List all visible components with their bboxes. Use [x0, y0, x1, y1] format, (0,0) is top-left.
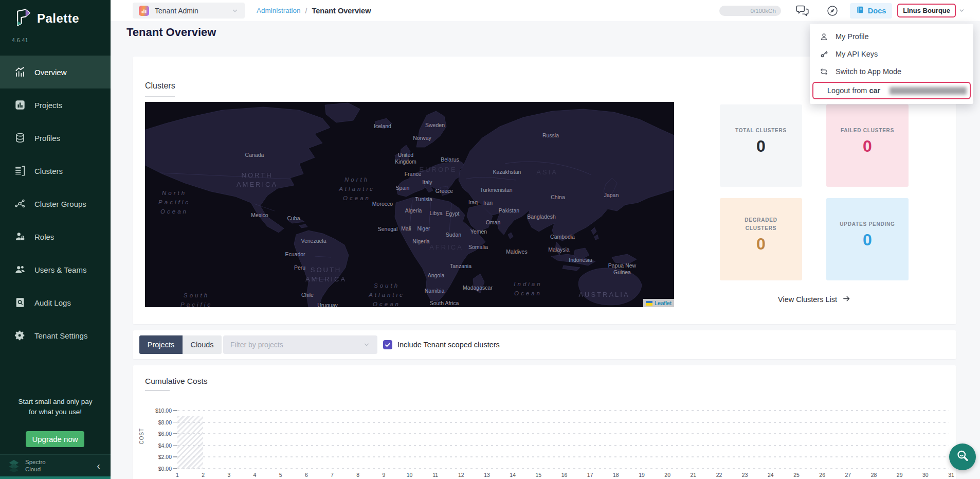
stat-card-updates-pending: UPDATES PENDING0 [826, 198, 909, 280]
chart-gridline [177, 468, 949, 469]
upgrade-now-button[interactable]: Upgrade now [26, 431, 84, 447]
leaflet-attribution[interactable]: Leaflet [643, 299, 674, 307]
chart-ytick-label: $2.00 [133, 454, 172, 460]
chart-ytick-label: $6.00 [133, 431, 172, 437]
chart-xtick-label: 27 [845, 472, 851, 478]
chart-ytick-label: $10.00 [133, 407, 172, 414]
chat-feedback-icon[interactable] [795, 4, 809, 17]
tab-clouds[interactable]: Clouds [183, 335, 222, 354]
chart-ytick-label: $8.00 [133, 419, 172, 425]
clusters-icon [14, 165, 26, 176]
sidebar-item-audit-logs[interactable]: Audit Logs [0, 286, 111, 319]
stat-value: 0 [863, 137, 872, 156]
menu-item-my-api-keys[interactable]: My API Keys [810, 45, 973, 63]
user-dropdown-menu: My ProfileMy API KeysSwitch to App Mode … [810, 24, 973, 104]
chart-title: Cumulative Costs [145, 377, 207, 386]
stat-value: 0 [756, 235, 766, 254]
chart-xtick-label: 9 [382, 472, 385, 478]
cumulative-costs-card: Cumulative Costs COST $10.00$8.00$6.00$4… [133, 365, 956, 479]
chart-xtick-label: 19 [639, 472, 645, 478]
chart-gridline [177, 456, 949, 457]
chart-xtick-label: 13 [484, 472, 490, 478]
sidebar: Palette 4.6.41 OverviewProjectsProfilesC… [0, 0, 111, 479]
cluster-stats-grid: TOTAL CLUSTERS0FAILED CLUSTERS0DEGRADED … [720, 104, 909, 280]
compass-tour-icon[interactable] [826, 5, 839, 17]
chart-xtick-label: 18 [613, 472, 619, 478]
spectro-cloud-logo-icon [7, 459, 21, 473]
sidebar-item-users-teams[interactable]: Users & Teams [0, 253, 111, 286]
upsell-text: Start small and only pay for what you us… [0, 397, 111, 418]
palette-logo-icon [13, 8, 32, 29]
redacted-text [890, 87, 967, 95]
sidebar-item-label: Tenant Settings [34, 331, 87, 340]
chart-xtick-label: 1 [176, 472, 179, 478]
sidebar-item-roles[interactable]: Roles [0, 220, 111, 253]
scope-selector[interactable]: Tenant Admin [133, 3, 245, 19]
map-landmass [145, 102, 674, 307]
cluster-groups-icon [14, 198, 26, 209]
stat-label: FAILED CLUSTERS [841, 127, 894, 135]
chart-ytick-label: $0.00 [133, 466, 172, 472]
menu-item-my-profile[interactable]: My Profile [810, 28, 973, 45]
clusters-card-title: Clusters [145, 81, 175, 91]
user-menu-button[interactable]: Linus Bourque [897, 4, 956, 17]
magnifier-smile-icon [955, 449, 970, 465]
sidebar-collapse-button[interactable]: ‹ [94, 460, 103, 472]
chart-xtick-label: 31 [948, 472, 954, 478]
sidebar-item-label: Cluster Groups [34, 200, 86, 208]
sidebar-item-label: Users & Teams [34, 265, 86, 274]
breadcrumb-separator: / [305, 7, 307, 15]
sidebar-item-profiles[interactable]: Profiles [0, 121, 111, 154]
usage-quota-pill: 0/100kCh [719, 6, 781, 16]
view-clusters-list-link[interactable]: View Clusters List [778, 294, 851, 305]
breadcrumb-administration[interactable]: Administration [257, 7, 301, 14]
swap-icon [820, 67, 828, 76]
arrow-right-icon [842, 294, 851, 305]
search-help-fab[interactable] [949, 443, 976, 470]
chart-ytick-mark [173, 422, 177, 423]
chart-xtick-label: 4 [253, 472, 257, 478]
chart-xtick-label: 10 [407, 472, 413, 478]
chevron-down-icon [231, 7, 239, 14]
chart-ytick-mark [173, 468, 177, 469]
sidebar-item-tenant-settings[interactable]: Tenant Settings [0, 319, 111, 352]
chart-ytick-mark [173, 433, 177, 434]
checkbox-label: Include Tenant scoped clusters [397, 341, 500, 349]
chart-xtick-label: 14 [510, 472, 516, 478]
ukraine-flag-icon [646, 301, 652, 306]
chart-xtick-label: 25 [793, 472, 800, 478]
stat-value: 0 [756, 137, 766, 156]
menu-item-switch-to-app-mode[interactable]: Switch to App Mode [810, 63, 973, 80]
chart-xtick-label: 7 [331, 472, 334, 478]
chart-xtick-label: 12 [458, 472, 464, 478]
include-tenant-scoped-checkbox[interactable] [383, 340, 392, 349]
chart-xtick-label: 16 [561, 472, 568, 478]
chart-xtick-label: 20 [664, 472, 670, 478]
users-teams-icon [14, 264, 26, 275]
chart-xtick-label: 3 [227, 472, 230, 478]
chart-gridline [177, 410, 949, 411]
world-map[interactable]: North Pacific OceanNorth Atlantic OceanS… [145, 102, 674, 307]
menu-item-logout[interactable]: Logout fromcar [812, 82, 971, 99]
user-chevron-down-icon[interactable] [958, 7, 965, 14]
chart-title-rule [145, 390, 170, 391]
chart-xtick-label: 8 [356, 472, 359, 478]
docs-button[interactable]: Docs [850, 3, 892, 19]
filter-by-projects-select[interactable]: Filter by projects [223, 335, 377, 354]
topbar-right: 0/100kCh Docs Linus Bourque [719, 3, 965, 19]
chart-xtick-label: 5 [279, 472, 282, 478]
sidebar-item-overview[interactable]: Overview [0, 56, 111, 88]
sidebar-item-cluster-groups[interactable]: Cluster Groups [0, 187, 111, 220]
menu-item-label: Switch to App Mode [836, 67, 901, 76]
sidebar-item-projects[interactable]: Projects [0, 88, 111, 121]
chart-xtick-label: 17 [587, 472, 593, 478]
chart-xtick-label: 22 [716, 472, 722, 478]
sidebar-item-clusters[interactable]: Clusters [0, 154, 111, 187]
stat-card-total-clusters: TOTAL CLUSTERS0 [720, 104, 802, 187]
spectro-cloud-label: Spectro Cloud [25, 459, 94, 473]
chart-gridline [177, 422, 949, 423]
chart-xtick-label: 21 [690, 472, 696, 478]
chart-ytick-label: $4.00 [133, 442, 172, 449]
profiles-icon [14, 132, 26, 144]
tab-projects[interactable]: Projects [139, 335, 183, 354]
